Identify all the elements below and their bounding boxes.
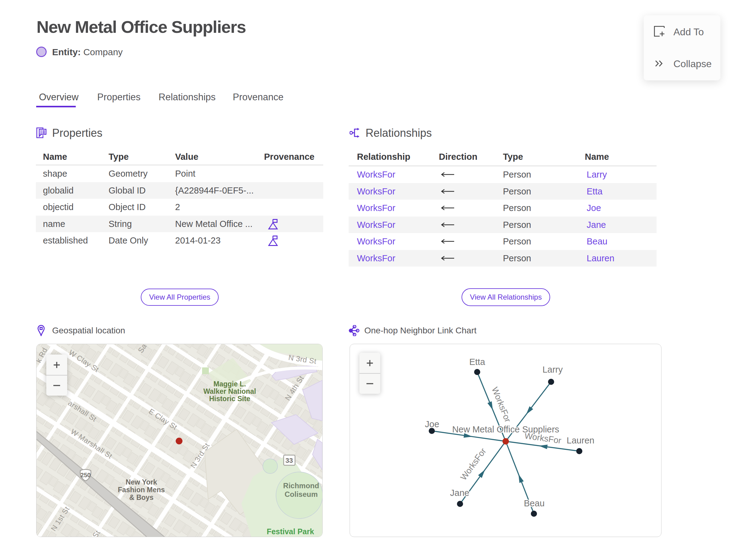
svg-text:Historic Site: Historic Site (209, 395, 250, 403)
svg-text:Joe: Joe (425, 419, 439, 429)
svg-text:Fashion Mens: Fashion Mens (118, 486, 165, 494)
svg-text:WorksFor: WorksFor (458, 446, 488, 482)
svg-text:250: 250 (80, 472, 90, 478)
svg-text:Beau: Beau (524, 498, 545, 508)
svg-text:Walker National: Walker National (203, 387, 256, 395)
svg-text:Festival Park: Festival Park (267, 527, 314, 536)
svg-text:Lauren: Lauren (567, 435, 594, 445)
svg-text:33: 33 (286, 457, 293, 464)
svg-text:Coliseum: Coliseum (285, 490, 318, 498)
svg-text:WorksFor: WorksFor (490, 386, 513, 424)
svg-text:& Boys: & Boys (129, 493, 153, 501)
svg-text:Richmond: Richmond (283, 481, 319, 490)
svg-text:Maggie L.: Maggie L. (213, 380, 246, 388)
svg-text:Etta: Etta (469, 357, 485, 367)
svg-text:New York: New York (126, 478, 157, 486)
svg-text:Larry: Larry (542, 365, 563, 374)
svg-text:Jane: Jane (450, 488, 470, 498)
svg-text:New Metal Office Suppliers: New Metal Office Suppliers (452, 424, 559, 434)
